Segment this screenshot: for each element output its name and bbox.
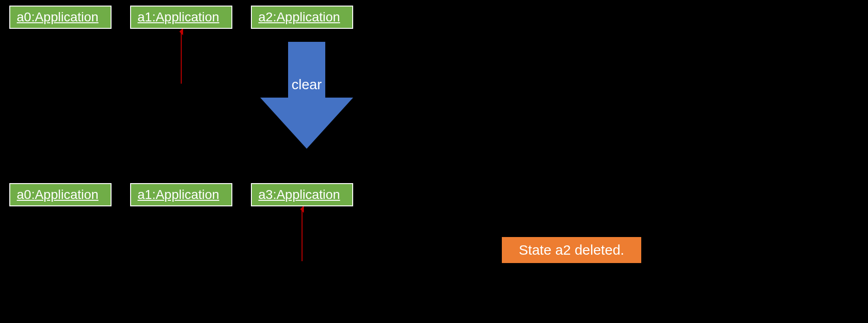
app-box-bottom-a0: a0:Application (9, 183, 112, 206)
app-box-label: a2:Application (258, 10, 340, 25)
app-box-label: a0:Application (17, 10, 99, 25)
status-message: State a2 deleted. (519, 242, 625, 258)
svg-marker-2 (260, 42, 353, 149)
app-box-top-a1: a1:Application (130, 6, 232, 29)
app-box-top-a0: a0:Application (9, 6, 112, 29)
app-box-label: a1:Application (138, 10, 219, 25)
transition-arrow-icon (260, 42, 353, 149)
app-box-bottom-a1: a1:Application (130, 183, 232, 206)
transition-arrow-label: clear (290, 77, 323, 92)
app-box-label: a0:Application (17, 187, 99, 202)
app-box-label: a3:Application (258, 187, 340, 202)
status-badge: State a2 deleted. (502, 237, 641, 263)
pointer-arrow-bottom (298, 206, 306, 262)
app-box-label: a1:Application (138, 187, 219, 202)
app-box-top-a2: a2:Application (251, 6, 353, 29)
app-box-bottom-a3: a3:Application (251, 183, 353, 206)
pointer-arrow-top (178, 29, 185, 85)
